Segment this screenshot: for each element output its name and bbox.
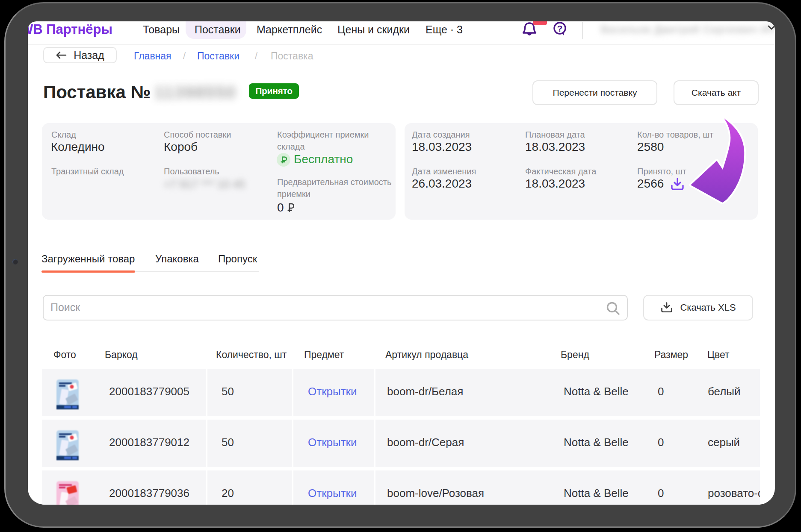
svg-text:?: ? [557,24,563,33]
